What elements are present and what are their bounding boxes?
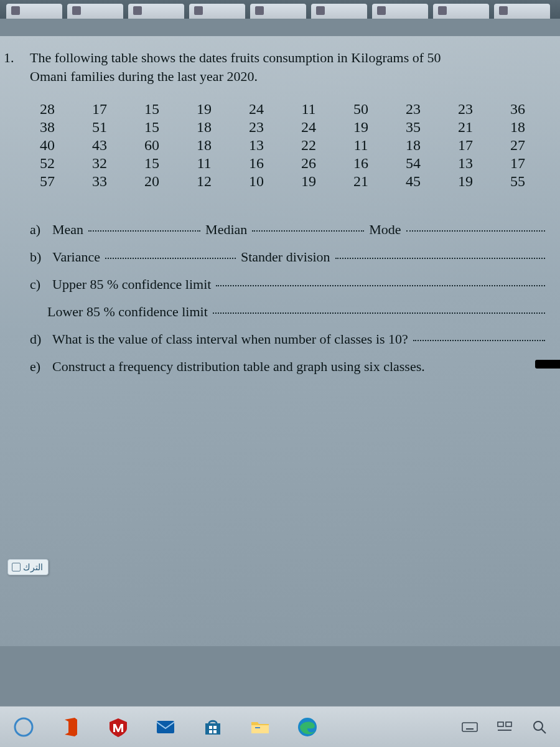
table-cell: 17 xyxy=(492,154,544,172)
table-cell: 45 xyxy=(387,172,439,190)
std-label: Stander division xyxy=(241,249,330,265)
blank-line[interactable] xyxy=(406,230,545,232)
table-cell: 18 xyxy=(178,136,230,154)
table-cell: 15 xyxy=(126,118,178,136)
table-cell: 36 xyxy=(492,100,544,118)
blank-line[interactable] xyxy=(105,258,236,259)
browser-tab[interactable] xyxy=(67,4,123,19)
file-explorer-icon[interactable] xyxy=(248,715,273,740)
table-cell: 18 xyxy=(178,118,230,136)
browser-tab[interactable] xyxy=(189,4,245,19)
keyboard-icon[interactable] xyxy=(460,718,479,736)
question-line-1: The following table shows the dates frui… xyxy=(30,50,441,65)
table-cell: 17 xyxy=(439,136,492,154)
table-row: 52321511162616541317 xyxy=(21,154,544,172)
table-cell: 12 xyxy=(178,172,230,190)
table-cell: 33 xyxy=(73,172,126,190)
table-cell: 21 xyxy=(335,172,387,190)
table-cell: 24 xyxy=(230,100,282,118)
table-cell: 17 xyxy=(73,100,126,118)
blank-line[interactable] xyxy=(252,230,364,232)
question-line-2: Omani families during the last year 2020… xyxy=(30,68,258,84)
part-c-row-lower: Lower 85 % confidence limit xyxy=(47,304,549,320)
blank-line[interactable] xyxy=(88,230,200,232)
cortana-icon[interactable] xyxy=(11,715,36,740)
blank-line[interactable] xyxy=(216,285,545,286)
table-cell: 11 xyxy=(178,154,230,172)
table-cell: 38 xyxy=(21,118,73,136)
table-cell: 19 xyxy=(178,100,230,118)
question-parts: a) Mean Median Mode b) Variance Stander … xyxy=(30,222,549,375)
table-cell: 23 xyxy=(387,100,439,118)
table-row: 38511518232419352118 xyxy=(21,118,544,136)
svg-rect-3 xyxy=(213,726,217,729)
table-cell: 21 xyxy=(439,118,492,136)
table-cell: 40 xyxy=(21,136,73,154)
browser-tab[interactable] xyxy=(372,4,428,19)
mail-icon[interactable] xyxy=(153,715,178,740)
part-d-label: d) xyxy=(30,331,46,347)
table-cell: 57 xyxy=(21,172,73,190)
part-b-row: b) Variance Stander division xyxy=(30,249,549,265)
part-d-row: d) What is the value of class interval w… xyxy=(30,331,549,347)
svg-rect-6 xyxy=(251,725,269,733)
task-view-icon[interactable] xyxy=(495,718,514,736)
table-cell: 51 xyxy=(73,118,126,136)
browser-tab[interactable] xyxy=(311,4,367,19)
svg-rect-7 xyxy=(255,727,260,728)
table-cell: 15 xyxy=(126,100,178,118)
edge-icon[interactable] xyxy=(295,715,320,740)
table-cell: 26 xyxy=(282,154,335,172)
blank-line[interactable] xyxy=(335,258,545,259)
table-cell: 20 xyxy=(126,172,178,190)
table-row: 57332012101921451955 xyxy=(21,172,544,190)
blank-line[interactable] xyxy=(413,340,545,341)
mean-label: Mean xyxy=(52,222,83,238)
table-cell: 32 xyxy=(73,154,126,172)
mode-label: Mode xyxy=(369,222,401,238)
part-c-label: c) xyxy=(30,276,46,293)
svg-rect-9 xyxy=(462,723,477,731)
part-a-label: a) xyxy=(30,222,46,238)
store-icon[interactable] xyxy=(200,715,225,740)
table-row: 40436018132211181727 xyxy=(21,136,544,154)
part-e-label: e) xyxy=(30,359,46,375)
table-cell: 55 xyxy=(492,172,544,190)
table-cell: 28 xyxy=(21,100,73,118)
lower-limit-label: Lower 85 % confidence limit xyxy=(47,304,208,320)
part-a-row: a) Mean Median Mode xyxy=(30,222,549,238)
svg-rect-4 xyxy=(209,730,212,733)
table-row: 28171519241150232336 xyxy=(21,100,544,118)
median-label: Median xyxy=(205,222,247,238)
system-tray xyxy=(460,718,549,736)
table-cell: 19 xyxy=(282,172,335,190)
svg-rect-17 xyxy=(506,722,511,726)
leave-button[interactable]: الترك xyxy=(7,559,49,575)
mcafee-icon[interactable] xyxy=(106,715,131,740)
blank-line[interactable] xyxy=(213,312,545,314)
table-cell: 23 xyxy=(439,100,492,118)
table-cell: 19 xyxy=(335,118,387,136)
table-cell: 18 xyxy=(387,136,439,154)
browser-tab[interactable] xyxy=(433,4,489,19)
window-tabs-strip xyxy=(0,0,560,19)
table-cell: 24 xyxy=(282,118,335,136)
taskbar xyxy=(0,706,560,747)
table-cell: 23 xyxy=(230,118,282,136)
svg-line-20 xyxy=(541,729,546,733)
browser-tab[interactable] xyxy=(250,4,306,19)
data-table: 2817151924115023233638511518232419352118… xyxy=(21,100,544,190)
browser-tab[interactable] xyxy=(494,4,550,19)
table-cell: 27 xyxy=(492,136,544,154)
table-cell: 50 xyxy=(335,100,387,118)
svg-rect-5 xyxy=(213,730,217,733)
browser-tab[interactable] xyxy=(128,4,184,19)
office-icon[interactable] xyxy=(58,715,83,740)
table-cell: 11 xyxy=(335,136,387,154)
svg-rect-1 xyxy=(157,721,174,733)
browser-tab[interactable] xyxy=(6,4,62,19)
search-icon[interactable] xyxy=(530,718,549,736)
part-b-label: b) xyxy=(30,249,46,265)
part-c-row-upper: c) Upper 85 % confidence limit xyxy=(30,276,549,293)
table-cell: 22 xyxy=(282,136,335,154)
